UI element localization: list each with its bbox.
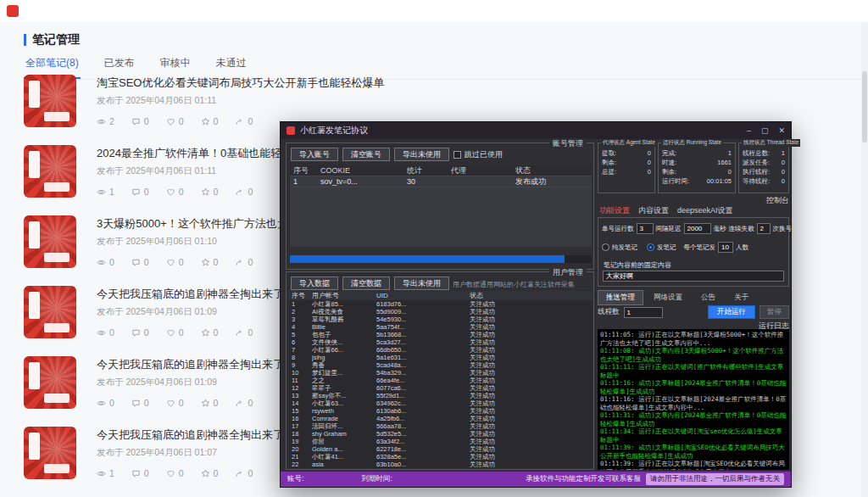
cell: 55d9009...	[374, 308, 467, 316]
field-value: 0	[782, 158, 785, 167]
progress-bar	[290, 255, 592, 263]
column-header: UID	[374, 292, 467, 299]
thread-count-input[interactable]	[624, 307, 663, 318]
page-scrollbar[interactable]	[861, 22, 868, 497]
pause-button[interactable]: 暂停	[760, 305, 789, 319]
cell: asia	[309, 461, 374, 468]
nav-tab[interactable]: 推送管理	[598, 290, 643, 305]
settings-row-2: 纯发笔记 发笔记 每个笔记发 人数	[602, 242, 748, 253]
shares-icon	[235, 117, 244, 126]
per-note-input[interactable]	[718, 242, 733, 253]
comments-icon	[131, 117, 141, 126]
field-label: 总提:	[602, 167, 616, 176]
cell: 19	[289, 438, 309, 445]
clear-accounts-button[interactable]: 清空账号	[342, 148, 390, 161]
fixed-content-input[interactable]	[603, 271, 784, 282]
cell: 6	[289, 338, 309, 346]
cell: 4a25fb6...	[374, 415, 467, 422]
settings-tab[interactable]: 内容设置	[638, 205, 669, 216]
comments-icon	[131, 399, 141, 408]
export-unused-data-button[interactable]: 导出未使用	[394, 276, 449, 290]
views-count: 0	[109, 327, 114, 338]
settings-row-1: 单号运行数 间隔延迟 毫秒 连续失败 次换号	[602, 223, 792, 234]
comments-icon	[131, 258, 141, 267]
nav-tab[interactable]: 公告	[693, 290, 724, 305]
comments-icon	[131, 328, 141, 338]
import-accounts-button[interactable]: 导入账号	[291, 148, 338, 161]
collects-count: 0	[214, 187, 219, 197]
collects-stat: 0	[201, 398, 219, 408]
nav-tab[interactable]: 关于	[726, 290, 757, 305]
window-titlebar[interactable]: 小红薯发笔记协议 –▢✕	[281, 122, 791, 139]
field-label: 完成:	[662, 148, 676, 158]
note-publish-date: 发布于 2025年04月06日 01:09	[97, 306, 284, 318]
views-stat: 0	[97, 327, 114, 338]
settings-tab[interactable]: deepseekAI设置	[677, 205, 733, 216]
comments-count: 0	[144, 468, 149, 478]
table-row[interactable]: 1sov_tv=0...30发布成功	[290, 176, 592, 187]
collects-stat: 0	[201, 116, 219, 126]
table-row[interactable]: 22asia63b10a0...关注成功	[289, 461, 593, 468]
interval-unit: 毫秒	[714, 225, 726, 233]
note-stats: 00000	[97, 398, 284, 408]
cell: 活回归环...	[309, 422, 374, 431]
field-label: 等待线程:	[743, 176, 770, 186]
views-icon	[97, 399, 106, 408]
status-field: 剩余:0	[660, 167, 733, 176]
nav-tab[interactable]: 网络设置	[645, 290, 691, 305]
cell: 5a1e631...	[374, 354, 467, 361]
send-note-radio[interactable]	[647, 243, 654, 251]
fail-input[interactable]	[757, 223, 771, 234]
cell: 566aa78...	[374, 422, 467, 430]
note-publish-date: 发布于 2025年04月06日 01:07	[97, 447, 284, 459]
cell: 5ca3d27...	[374, 338, 467, 346]
scrollbar-thumb[interactable]	[862, 71, 867, 142]
cell: 54e5930...	[374, 316, 467, 323]
pure-note-radio[interactable]	[602, 243, 609, 251]
settings-tab[interactable]: 功能设置	[599, 205, 630, 216]
views-count: 0	[109, 398, 114, 408]
shares-count: 0	[248, 468, 253, 478]
cell: 5aa754f...	[374, 323, 467, 331]
interval-input[interactable]	[684, 223, 711, 234]
cell: 622718e...	[374, 445, 467, 453]
close-button[interactable]: ✕	[778, 126, 785, 135]
export-unused-accounts-button[interactable]: 导出未使用	[394, 148, 449, 161]
note-title: 淘宝SEO优化必看关键词布局技巧大公开新手也能轻松爆单	[97, 75, 384, 90]
cell: 小红薯41...	[309, 453, 374, 461]
status-panel: 线程状态 Thread State线程总数:1派发任务:0执行线程:0等待线程:…	[738, 142, 789, 193]
collects-count: 0	[214, 398, 219, 408]
likes-icon	[166, 187, 175, 197]
cell: 17	[289, 422, 309, 430]
start-run-button[interactable]: 开始运行	[708, 305, 755, 319]
pure-note-label: 纯发笔记	[612, 243, 637, 252]
comments-stat: 0	[131, 398, 149, 408]
column-header: 状态	[512, 165, 592, 176]
likes-stat: 0	[166, 257, 184, 267]
maximize-button[interactable]: ▢	[761, 126, 769, 135]
shares-icon	[235, 187, 244, 197]
views-stat: 2	[97, 116, 114, 126]
likes-count: 0	[179, 187, 184, 197]
shares-stat: 0	[235, 327, 253, 338]
shares-stat: 0	[235, 116, 253, 126]
skip-used-checkbox[interactable]: 跳过已使用	[453, 149, 503, 160]
import-data-button[interactable]: 导入数据	[291, 276, 338, 290]
likes-icon	[166, 328, 175, 338]
likes-count: 0	[179, 398, 184, 408]
minimize-button[interactable]: –	[747, 126, 751, 135]
column-header: 代理	[448, 165, 512, 176]
collects-count: 0	[214, 116, 219, 126]
page-title: 笔记管理	[32, 32, 80, 47]
collects-stat: 0	[201, 257, 219, 267]
cell: 63a34f2...	[374, 438, 467, 445]
collects-icon	[201, 469, 210, 478]
checkbox-icon[interactable]	[453, 151, 461, 159]
cell: 63b10a0...	[374, 461, 467, 468]
per-account-input[interactable]	[637, 223, 654, 234]
cell: 1	[290, 177, 317, 186]
note-thumbnail-image	[24, 427, 76, 479]
field-value: 00:01:05	[707, 176, 732, 186]
views-stat: 1	[97, 187, 114, 197]
clear-data-button[interactable]: 清空数据	[342, 276, 390, 290]
